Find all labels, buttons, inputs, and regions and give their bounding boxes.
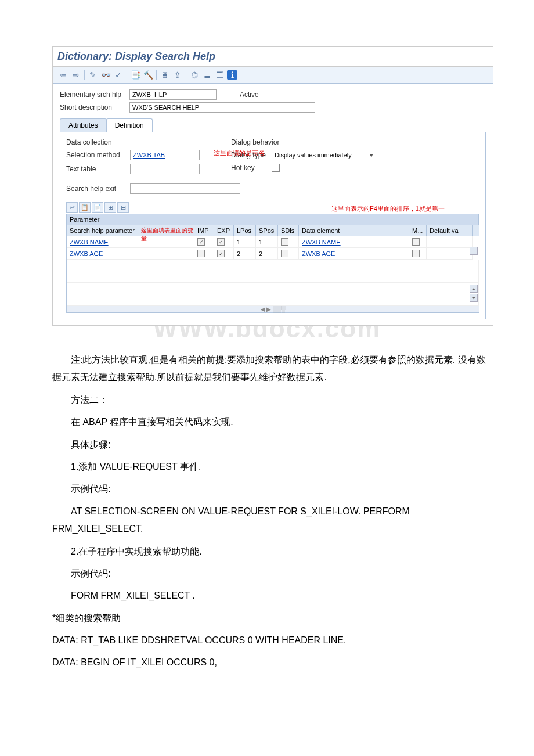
annotation-sort: 这里面表示的F4里面的排序，1就是第一 (331, 204, 445, 213)
srch-hlp-input[interactable] (129, 89, 217, 100)
srch-hlp-label: Elementary srch hlp (60, 91, 129, 99)
search-exit-input[interactable] (130, 183, 240, 194)
hierarchy-icon[interactable]: ⌬ (189, 69, 200, 81)
status-text: Active (240, 91, 259, 99)
cell-lpos[interactable]: 2 (234, 248, 256, 260)
annotation-var: 这里面填表里面的变量 (141, 226, 194, 243)
table-row (67, 260, 479, 271)
header-form: Elementary srch hlp Active Short descrip… (53, 84, 493, 325)
paragraph: 注:此方法比较直观,但是有相关的前提:要添加搜索帮助的表中的字段,必须要有参照的… (52, 351, 493, 387)
cut-icon[interactable]: ✂ (66, 202, 78, 213)
param-section-label: Parameter (67, 214, 479, 225)
delete-icon[interactable]: ⊟ (117, 202, 129, 213)
paragraph: 示例代码: (52, 480, 493, 498)
paragraph: *细类的搜索帮助 (52, 610, 493, 627)
table-row[interactable]: ZWXB AGE ✓ 2 2 ZWXB AGE (67, 248, 479, 260)
scroll-up-icon[interactable]: ▴ (470, 285, 478, 293)
cell-default[interactable] (427, 248, 473, 260)
col-exp: EXP (214, 225, 234, 236)
paragraph: FORM FRM_XILEI_SELECT . (52, 587, 493, 604)
tab-content: Data collection Selection method ZWXB TA… (60, 132, 486, 319)
col-param: Search help parameter这里面填表里面的变量 (67, 225, 194, 236)
cell-de[interactable]: ZWXB NAME (299, 236, 409, 248)
dialog-beh-label: Dialog behavior (231, 138, 295, 146)
separator (156, 70, 157, 80)
short-desc-label: Short description (60, 103, 129, 111)
table-row (67, 294, 479, 306)
annotation-table: 这里面填的是表名 (214, 149, 265, 157)
tab-definition[interactable]: Definition (106, 118, 153, 132)
col-imp: IMP (194, 225, 214, 236)
back-icon[interactable]: ⇦ (57, 69, 69, 81)
col-lpos: LPos (234, 225, 256, 236)
tree-icon[interactable]: 📑 (129, 69, 141, 81)
cell-m[interactable] (409, 248, 427, 260)
cell-de[interactable]: ZWXB AGE (299, 248, 409, 260)
glasses-icon[interactable]: 👓 (100, 69, 111, 81)
search-exit-label: Search help exit (66, 185, 130, 193)
paragraph: 1.添加 VALUE-REQUEST 事件. (52, 458, 493, 476)
table-row (67, 283, 479, 294)
paragraph: DATA: RT_TAB LIKE DDSHRETVAL OCCURS 0 WI… (52, 632, 493, 649)
paragraph: 具体步骤: (52, 436, 493, 453)
doc-icon[interactable]: 🗔 (214, 69, 226, 81)
app-toolbar: ⇦ ⇨ ✎ 👓 ✓ 📑 🔨 🖥 ⇪ ⌬ ≣ 🗔 ℹ (53, 67, 493, 84)
tabstrip: Attributes Definition (60, 118, 486, 132)
col-sdis: SDis (278, 225, 299, 236)
dialog-type-dropdown[interactable]: Display values immediately (272, 150, 376, 160)
edit-icon[interactable]: ✎ (87, 69, 99, 81)
cell-imp[interactable] (194, 248, 214, 260)
cell-sdis[interactable] (278, 236, 299, 248)
table-row[interactable]: ZWXB NAME ✓ ✓ 1 1 ZWXB NAME (67, 236, 479, 248)
col-de: Data element (299, 225, 409, 236)
parameter-grid: Parameter Search help parameter这里面填表里面的变… (66, 214, 479, 313)
wand-icon[interactable]: 🔨 (142, 69, 154, 81)
text-table-label: Text table (66, 165, 130, 173)
cell-spos[interactable]: 1 (256, 236, 278, 248)
sel-method-input[interactable]: ZWXB TAB (130, 150, 200, 160)
col-spos: SPos (256, 225, 278, 236)
cell-m[interactable] (409, 236, 427, 248)
cell-sdis[interactable] (278, 248, 299, 260)
copy-icon[interactable]: 📋 (79, 202, 91, 213)
paragraph: 2.在子程序中实现搜索帮助功能. (52, 543, 493, 560)
separator (127, 70, 127, 80)
sap-window: Dictionary: Display Search Help ⇦ ⇨ ✎ 👓 … (52, 46, 493, 326)
paragraph: 示例代码: (52, 565, 493, 582)
cell-spos[interactable]: 2 (256, 248, 278, 260)
article-body: 注:此方法比较直观,但是有相关的前提:要添加搜索帮助的表中的字段,必须要有参照的… (0, 343, 534, 672)
cell-imp[interactable]: ✓ (194, 236, 214, 248)
info-icon[interactable]: ℹ (227, 70, 237, 80)
col-default: Default va (427, 225, 473, 236)
cell-lpos[interactable]: 1 (234, 236, 256, 248)
insert-icon[interactable]: ⊞ (104, 202, 116, 213)
separator (186, 70, 186, 80)
tool-icon[interactable]: ⇪ (172, 69, 183, 81)
window-title: Dictionary: Display Search Help (53, 47, 493, 67)
paragraph: 方法二： (52, 391, 493, 409)
scroll-indicator-icon[interactable]: ⋮ (470, 247, 478, 255)
separator (84, 70, 85, 80)
text-table-input[interactable] (130, 164, 200, 174)
scrollbar-row: ◀ ▶ ░░░ (67, 306, 479, 312)
tab-attributes[interactable]: Attributes (60, 118, 107, 132)
cell-param[interactable]: ZWXB AGE (67, 248, 194, 260)
paste-icon[interactable]: 📄 (92, 202, 103, 213)
list-icon[interactable]: ≣ (201, 69, 213, 81)
cell-exp[interactable]: ✓ (214, 236, 234, 248)
paragraph: 在 ABAP 程序中直接写相关代码来实现. (52, 413, 493, 431)
table-row (67, 271, 479, 283)
scroll-down-icon[interactable]: ▾ (470, 294, 478, 302)
where-icon[interactable]: 🖥 (159, 69, 171, 81)
sel-method-label: Selection method (66, 151, 130, 159)
data-coll-label: Data collection (66, 138, 130, 146)
activate-icon[interactable]: ✓ (113, 69, 124, 81)
paragraph: DATA: BEGIN OF IT_XILEI OCCURS 0, (52, 654, 493, 671)
cell-default[interactable] (427, 236, 473, 248)
forward-icon[interactable]: ⇨ (70, 69, 82, 81)
cell-exp[interactable]: ✓ (214, 248, 234, 260)
short-desc-input[interactable] (129, 102, 315, 113)
col-m: M... (409, 225, 427, 236)
hotkey-label: Hot key (231, 164, 272, 172)
hotkey-checkbox[interactable] (272, 164, 280, 172)
